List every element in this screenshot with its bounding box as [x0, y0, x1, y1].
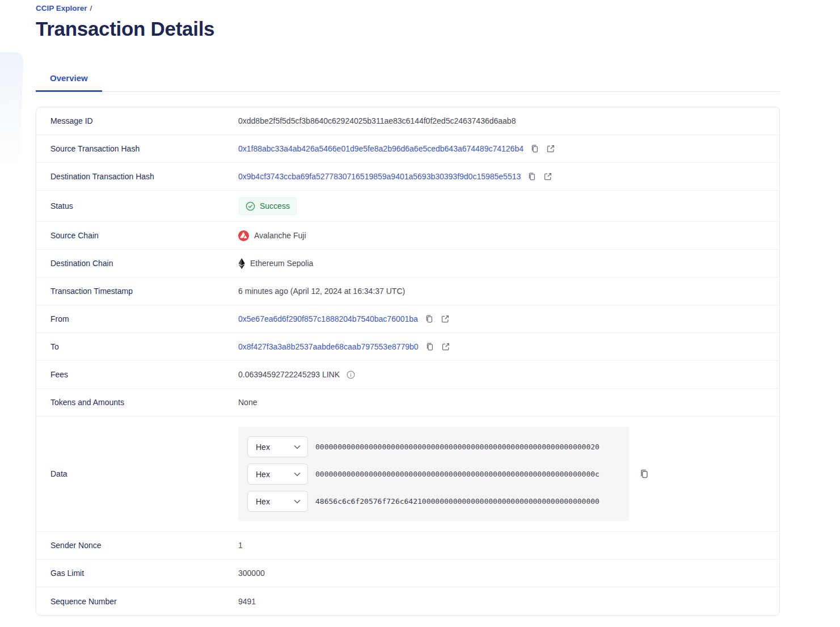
- tokens-value: None: [238, 398, 257, 407]
- hex-format-select[interactable]: Hex: [247, 464, 308, 485]
- hex-data-line-2: 0000000000000000000000000000000000000000…: [315, 470, 600, 478]
- row-from: From 0x5e67ea6d6f290f857c1888204b7540bac…: [36, 305, 779, 333]
- gas-limit-value: 300000: [238, 569, 265, 578]
- copy-icon[interactable]: [530, 144, 539, 153]
- status-badge-label: Success: [260, 201, 290, 211]
- from-address-link[interactable]: 0x5e67ea6d6f290f857c1888204b7540bac76001…: [238, 314, 418, 323]
- info-icon[interactable]: [347, 371, 355, 379]
- hex-data-line-3: 48656c6c6f20576f726c64210000000000000000…: [315, 497, 600, 506]
- source-tx-hash-link[interactable]: 0x1f88abc33a4ab426a5466e01d9e5fe8a2b96d6…: [238, 144, 524, 153]
- timestamp-value: 6 minutes ago (April 12, 2024 at 16:34:3…: [238, 287, 405, 296]
- breadcrumb: CCIP Explorer/: [36, 4, 840, 12]
- row-label: From: [50, 314, 238, 323]
- status-badge: Success: [238, 197, 297, 216]
- row-transaction-timestamp: Transaction Timestamp 6 minutes ago (Apr…: [36, 277, 779, 305]
- hex-format-selected: Hex: [256, 497, 270, 506]
- transaction-details-page: CCIP Explorer/ Transaction Details Overv…: [0, 0, 840, 627]
- row-label: Source Transaction Hash: [50, 144, 238, 153]
- row-data: Data Hex 0000000000000000000000000000000…: [36, 416, 779, 532]
- destination-tx-hash-link[interactable]: 0x9b4cf3743ccba69fa5277830716519859a9401…: [238, 172, 521, 181]
- copy-icon[interactable]: [425, 314, 434, 323]
- hex-data-line-1: 0000000000000000000000000000000000000000…: [315, 443, 600, 451]
- message-id-value: 0xdd8be2f5f5d5cf3b8640c62924025b311ae83c…: [238, 116, 516, 125]
- row-source-tx-hash: Source Transaction Hash 0x1f88abc33a4ab4…: [36, 135, 779, 163]
- row-label: Tokens and Amounts: [50, 398, 238, 407]
- row-destination-chain: Destination Chain Ethereum Sepolia: [36, 250, 779, 277]
- row-label: Fees: [50, 370, 238, 379]
- hex-format-selected: Hex: [256, 470, 270, 479]
- source-chain-name: Avalanche Fuji: [254, 231, 306, 240]
- row-destination-tx-hash: Destination Transaction Hash 0x9b4cf3743…: [36, 163, 779, 191]
- row-sender-nonce: Sender Nonce 1: [36, 532, 779, 559]
- row-tokens-and-amounts: Tokens and Amounts None: [36, 389, 779, 416]
- copy-icon[interactable]: [425, 342, 434, 351]
- fees-value: 0.06394592722245293 LINK: [238, 370, 340, 379]
- row-label: Sequence Number: [50, 597, 238, 606]
- hex-format-select[interactable]: Hex: [247, 491, 308, 512]
- row-label: Destination Transaction Hash: [50, 172, 238, 181]
- external-link-icon[interactable]: [546, 144, 555, 153]
- page-title: Transaction Details: [36, 18, 840, 40]
- hex-format-select[interactable]: Hex: [247, 436, 308, 457]
- check-circle-icon: [246, 201, 255, 211]
- data-line: Hex 000000000000000000000000000000000000…: [247, 464, 620, 485]
- row-label: To: [50, 342, 238, 351]
- row-label: Transaction Timestamp: [50, 287, 238, 296]
- row-to: To 0x8f427f3a3a8b2537aabde68caab797553e8…: [36, 333, 779, 361]
- row-gas-limit: Gas Limit 300000: [36, 559, 779, 587]
- transaction-details-card: Message ID 0xdd8be2f5f5d5cf3b8640c629240…: [36, 107, 780, 616]
- breadcrumb-separator: /: [90, 4, 92, 12]
- tab-bar: Overview: [36, 67, 780, 92]
- row-label: Status: [50, 201, 238, 211]
- tab-overview[interactable]: Overview: [36, 67, 102, 92]
- data-line: Hex 000000000000000000000000000000000000…: [247, 436, 620, 457]
- sequence-number-value: 9491: [238, 597, 256, 606]
- avalanche-logo-icon: [238, 230, 249, 241]
- row-label: Data: [50, 469, 238, 478]
- row-label: Gas Limit: [50, 569, 238, 578]
- row-message-id: Message ID 0xdd8be2f5f5d5cf3b8640c629240…: [36, 107, 779, 135]
- copy-icon[interactable]: [639, 469, 649, 479]
- breadcrumb-ccip-explorer-link[interactable]: CCIP Explorer: [36, 4, 87, 12]
- data-hex-panel: Hex 000000000000000000000000000000000000…: [238, 427, 629, 521]
- row-label: Sender Nonce: [50, 541, 238, 550]
- sender-nonce-value: 1: [238, 541, 243, 550]
- row-fees: Fees 0.06394592722245293 LINK: [36, 361, 779, 389]
- hex-format-selected: Hex: [256, 443, 270, 452]
- external-link-icon[interactable]: [543, 172, 552, 181]
- row-status: Status Success: [36, 191, 779, 222]
- row-sequence-number: Sequence Number 9491: [36, 587, 779, 615]
- external-link-icon[interactable]: [441, 314, 450, 323]
- row-label: Destination Chain: [50, 259, 238, 268]
- row-label: Source Chain: [50, 231, 238, 240]
- chevron-down-icon: [294, 499, 301, 504]
- chevron-down-icon: [294, 472, 301, 477]
- chevron-down-icon: [294, 445, 301, 449]
- ethereum-logo-icon: [238, 258, 245, 269]
- data-line: Hex 48656c6c6f20576f726c6421000000000000…: [247, 491, 620, 512]
- external-link-icon[interactable]: [441, 342, 450, 351]
- row-source-chain: Source Chain Avalanche Fuji: [36, 222, 779, 250]
- row-label: Message ID: [50, 116, 238, 125]
- to-address-link[interactable]: 0x8f427f3a3a8b2537aabde68caab797553e8779…: [238, 342, 419, 351]
- copy-icon[interactable]: [527, 172, 537, 181]
- destination-chain-name: Ethereum Sepolia: [250, 259, 313, 268]
